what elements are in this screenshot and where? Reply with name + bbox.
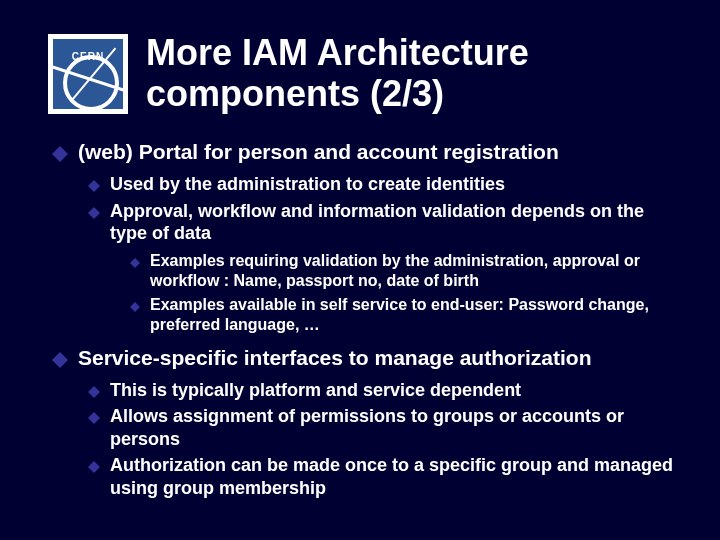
diamond-bullet-icon: [130, 297, 140, 307]
slide: CERN More IAM Architecture components (2…: [0, 0, 720, 540]
diamond-bullet-icon: [88, 380, 100, 392]
bullet-level2: Approval, workflow and information valid…: [88, 200, 680, 245]
slide-header: CERN More IAM Architecture components (2…: [48, 30, 680, 115]
diamond-bullet-icon: [52, 138, 68, 154]
diamond-bullet-icon: [88, 201, 100, 213]
bullet-level1: (web) Portal for person and account regi…: [52, 139, 680, 165]
bullet-level2: Authorization can be made once to a spec…: [88, 454, 680, 499]
diamond-bullet-icon: [88, 455, 100, 467]
diamond-bullet-icon: [88, 174, 100, 186]
bullet-text: Used by the administration to create ide…: [110, 173, 505, 196]
bullet-text: Authorization can be made once to a spec…: [110, 454, 680, 499]
bullet-level1: Service-specific interfaces to manage au…: [52, 345, 680, 371]
bullet-level3: Examples available in self service to en…: [130, 295, 680, 335]
bullet-text: Approval, workflow and information valid…: [110, 200, 680, 245]
cern-logo: CERN: [48, 34, 128, 114]
bullet-text: Examples available in self service to en…: [150, 295, 680, 335]
slide-content: (web) Portal for person and account regi…: [52, 139, 680, 500]
bullet-text: Examples requiring validation by the adm…: [150, 251, 680, 291]
diamond-bullet-icon: [52, 344, 68, 360]
bullet-text: This is typically platform and service d…: [110, 379, 521, 402]
bullet-text: (web) Portal for person and account regi…: [78, 139, 559, 165]
bullet-text: Allows assignment of permissions to grou…: [110, 405, 680, 450]
diamond-bullet-icon: [130, 253, 140, 263]
bullet-level3: Examples requiring validation by the adm…: [130, 251, 680, 291]
bullet-level2: This is typically platform and service d…: [88, 379, 680, 402]
slide-title: More IAM Architecture components (2/3): [146, 32, 680, 115]
bullet-level2: Used by the administration to create ide…: [88, 173, 680, 196]
cern-logo-inner: CERN: [53, 39, 123, 109]
diamond-bullet-icon: [88, 406, 100, 418]
bullet-level2: Allows assignment of permissions to grou…: [88, 405, 680, 450]
bullet-text: Service-specific interfaces to manage au…: [78, 345, 592, 371]
